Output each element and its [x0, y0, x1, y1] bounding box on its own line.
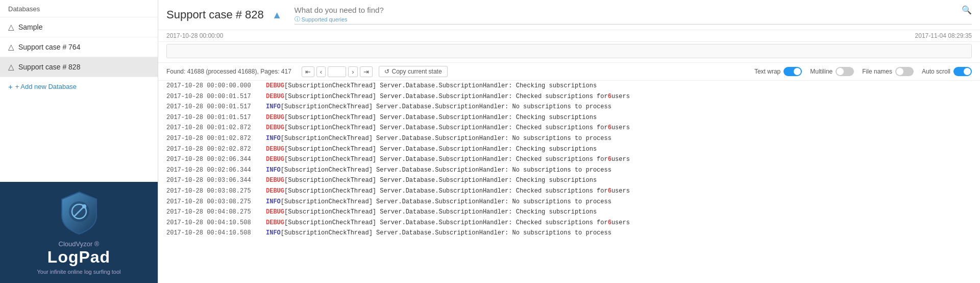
logo-area: CloudVyzor ® LogPad Your infinite online… — [0, 182, 158, 283]
log-message: [SubscriptionCheckThread] Server.Databas… — [281, 134, 611, 144]
add-database-label: + Add new Database — [15, 83, 77, 90]
copy-icon: ↺ — [384, 68, 389, 75]
auto-scroll-knob — [964, 68, 971, 75]
log-line: 2017-10-28 00:03:08.275 INFO [Subscripti… — [158, 197, 980, 207]
sidebar: Databases △ Sample △ Support case # 764 … — [0, 0, 158, 283]
log-timestamp: 2017-10-28 00:00:01.517 — [166, 102, 266, 112]
log-area[interactable]: 2017-10-28 00:00:00.000 DEBUG [Subscript… — [158, 81, 980, 283]
log-message: [SubscriptionCheckThread] Server.Databas… — [284, 92, 608, 102]
log-level: DEBUG — [266, 207, 284, 217]
database-icon: △ — [8, 62, 14, 72]
copy-state-label: Copy current state — [392, 68, 442, 75]
log-level: DEBUG — [266, 186, 284, 196]
log-number: 6 — [608, 186, 611, 196]
log-line: 2017-10-28 00:04:08.275 DEBUG [Subscript… — [158, 207, 980, 218]
log-message: [SubscriptionCheckThread] Server.Databas… — [281, 197, 611, 207]
log-timestamp: 2017-10-28 00:04:10.508 — [166, 228, 266, 238]
file-names-toggle[interactable] — [895, 67, 914, 76]
sidebar-item-label-sample: Sample — [18, 23, 42, 31]
log-timestamp: 2017-10-28 00:04:08.275 — [166, 207, 266, 217]
log-message: [SubscriptionCheckThread] Server.Databas… — [284, 145, 597, 154]
log-number: 6 — [608, 155, 611, 164]
auto-scroll-label: Auto scroll — [922, 68, 950, 75]
svg-point-3 — [82, 204, 86, 208]
log-number: 6 — [608, 218, 611, 228]
log-timestamp: 2017-10-28 00:03:06.344 — [166, 176, 266, 185]
log-level: DEBUG — [266, 113, 284, 123]
log-line: 2017-10-28 00:03:06.344 DEBUG [Subscript… — [158, 175, 980, 186]
log-timestamp: 2017-10-28 00:03:08.275 — [166, 186, 266, 196]
log-timestamp: 2017-10-28 00:01:02.872 — [166, 123, 266, 133]
text-wrap-toggle[interactable] — [783, 67, 802, 76]
log-message: [SubscriptionCheckThread] Server.Databas… — [281, 228, 611, 238]
file-names-label: File names — [862, 68, 892, 75]
controls-right: Text wrap Multiline File names Auto scro… — [754, 67, 972, 76]
log-level: INFO — [266, 166, 281, 175]
logo-subtext: Your infinite online log surfing tool — [37, 269, 120, 275]
add-database-button[interactable]: + + Add new Database — [0, 77, 158, 96]
log-line: 2017-10-28 00:02:06.344 INFO [Subscripti… — [158, 165, 980, 176]
text-wrap-toggle-group: Text wrap — [754, 67, 802, 76]
search-input[interactable] — [295, 6, 958, 14]
plus-icon: + — [8, 82, 13, 91]
log-number: 6 — [608, 92, 611, 102]
log-level: INFO — [266, 134, 281, 144]
controls-bar: Found: 41688 (processed 41688), Pages: 4… — [158, 63, 980, 81]
file-names-toggle-group: File names — [862, 67, 914, 76]
log-line: 2017-10-28 00:01:02.872 DEBUG [Subscript… — [158, 123, 980, 133]
log-level: DEBUG — [266, 123, 284, 133]
multiline-toggle-group: Multiline — [810, 67, 854, 76]
next-page-button[interactable]: › — [348, 66, 357, 77]
multiline-label: Multiline — [810, 68, 832, 75]
log-message: [SubscriptionCheckThread] Server.Databas… — [281, 166, 611, 175]
filter-input[interactable] — [166, 44, 972, 58]
main-content: Support case # 828 ▲ 🔍 ⓘ Supported queri… — [158, 0, 980, 283]
supported-queries-link[interactable]: ⓘ Supported queries — [295, 15, 972, 23]
log-message: [SubscriptionCheckThread] Server.Databas… — [284, 123, 608, 133]
log-line: 2017-10-28 00:00:01.517 INFO [Subscripti… — [158, 102, 980, 112]
log-timestamp: 2017-10-28 00:01:01.517 — [166, 113, 266, 123]
log-line: 2017-10-28 00:01:01.517 DEBUG [Subscript… — [158, 112, 980, 123]
log-level: DEBUG — [266, 176, 284, 185]
log-message: [SubscriptionCheckThread] Server.Databas… — [284, 81, 597, 91]
search-container: 🔍 ⓘ Supported queries — [295, 5, 972, 25]
first-page-button[interactable]: ⇤ — [302, 66, 314, 77]
end-timestamp: 2017-11-04 08:29:35 — [915, 32, 972, 39]
sidebar-item-sample[interactable]: △ Sample — [0, 17, 158, 37]
page-input[interactable]: 1 — [328, 66, 346, 77]
sidebar-item-case828[interactable]: △ Support case # 828 — [0, 57, 158, 77]
sidebar-item-label-case764: Support case # 764 — [18, 43, 80, 51]
info-icon: ⓘ — [295, 15, 300, 23]
multiline-toggle[interactable] — [836, 67, 854, 76]
log-message: [SubscriptionCheckThread] Server.Databas… — [284, 218, 608, 228]
auto-scroll-toggle[interactable] — [953, 67, 972, 76]
log-timestamp: 2017-10-28 00:02:06.344 — [166, 166, 266, 175]
log-line: 2017-10-28 00:04:10.508 DEBUG [Subscript… — [158, 218, 980, 228]
prev-page-button[interactable]: ‹ — [316, 66, 326, 77]
log-suffix: users — [611, 186, 630, 196]
sidebar-item-label-case828: Support case # 828 — [18, 63, 80, 71]
log-level: INFO — [266, 228, 281, 238]
log-message: [SubscriptionCheckThread] Server.Databas… — [284, 207, 597, 217]
log-timestamp: 2017-10-28 00:04:10.508 — [166, 218, 266, 228]
log-level: INFO — [266, 197, 281, 207]
log-suffix: users — [611, 155, 630, 164]
last-page-button[interactable]: ⇥ — [360, 66, 373, 77]
sidebar-item-case764[interactable]: △ Support case # 764 — [0, 37, 158, 57]
upload-icon[interactable]: ▲ — [272, 9, 282, 21]
sidebar-header: Databases — [0, 0, 158, 17]
log-timestamp: 2017-10-28 00:00:00.000 — [166, 81, 266, 91]
database-icon: △ — [8, 22, 14, 32]
log-level: DEBUG — [266, 145, 284, 154]
log-message: [SubscriptionCheckThread] Server.Databas… — [284, 155, 608, 164]
log-number: 6 — [608, 123, 611, 133]
file-names-knob — [896, 68, 903, 75]
text-wrap-label: Text wrap — [754, 68, 780, 75]
log-timestamp: 2017-10-28 00:01:02.872 — [166, 134, 266, 144]
logo-text: LogPad — [47, 248, 110, 267]
log-line: 2017-10-28 00:01:02.872 INFO [Subscripti… — [158, 133, 980, 144]
log-level: DEBUG — [266, 155, 284, 164]
brand-label: CloudVyzor ® — [59, 240, 100, 248]
page-title: Support case # 828 — [166, 8, 264, 21]
copy-state-button[interactable]: ↺ Copy current state — [379, 66, 448, 77]
